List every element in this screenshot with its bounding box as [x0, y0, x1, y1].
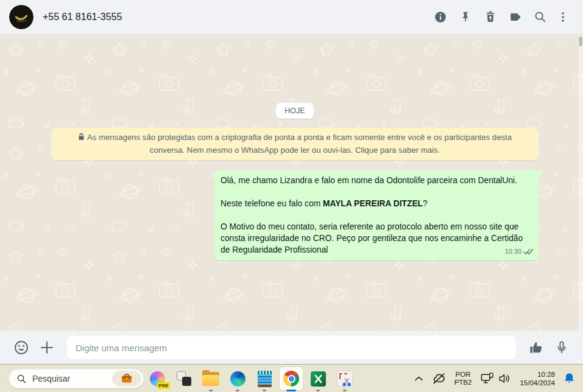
outgoing-message-bubble[interactable]: Olá, me chamo Lizandra e falo em nome da… — [214, 170, 539, 261]
excel-icon — [311, 371, 326, 387]
microphone-button[interactable] — [551, 335, 572, 360]
taskbar-search-box[interactable]: Pesquisar — [9, 369, 144, 388]
message-row: Olá, me chamo Lizandra e falo em nome da… — [51, 170, 539, 261]
windows-taskbar: Pesquisar PRE — [0, 364, 583, 392]
chrome-icon — [283, 371, 299, 387]
briefcase-icon — [121, 373, 133, 384]
search-icon — [534, 10, 547, 24]
label-icon — [509, 10, 522, 24]
composer-bar — [0, 331, 583, 364]
avatar[interactable] — [9, 5, 34, 29]
taskbar-notepad-icon[interactable] — [251, 365, 278, 392]
info-button[interactable] — [428, 5, 453, 30]
message-paragraph-1: Olá, me chamo Lizandra e falo em nome da… — [221, 175, 532, 186]
bubble-tail — [539, 170, 543, 178]
tray-time: 10:28 — [520, 370, 555, 379]
running-indicator — [236, 390, 239, 391]
menu-button[interactable] — [553, 5, 573, 30]
copilot-icon: PRE — [150, 371, 165, 387]
chat-scrollbar-track[interactable] — [578, 35, 583, 331]
message-time: 10:30 — [504, 246, 521, 257]
chat-area: HOJE As mensagens são protegidas com a c… — [0, 35, 583, 331]
taskbar-search-label: Pesquisar — [32, 374, 112, 383]
encryption-notice[interactable]: As mensagens são protegidas com a cripto… — [51, 128, 539, 160]
emoji-icon — [13, 340, 29, 355]
encryption-notice-text: As mensagens são protegidas com a cripto… — [87, 133, 512, 155]
task-view-icon — [177, 371, 191, 386]
lock-icon — [78, 132, 85, 144]
date-badge: HOJE — [276, 103, 313, 119]
edge-icon — [230, 371, 246, 387]
active-running-indicator — [286, 390, 296, 391]
copilot-pre-badge: PRE — [157, 382, 169, 389]
search-button[interactable] — [528, 5, 553, 30]
running-indicator — [263, 390, 266, 391]
language-line1: POR — [454, 371, 472, 379]
taskbar-snipping-tool-icon[interactable] — [331, 365, 358, 392]
notepad-icon — [258, 371, 272, 387]
message-paragraph-3: O Motivo do meu contato, seria referente… — [221, 221, 532, 256]
emoji-button[interactable] — [11, 335, 32, 360]
menu-kebab-icon — [556, 10, 570, 24]
running-indicator — [343, 390, 347, 391]
tray-language-indicator[interactable]: PORPTB2 — [450, 366, 476, 391]
pin-icon — [459, 10, 472, 24]
avatar-logo — [9, 5, 34, 29]
taskbar-apps: PRE — [144, 365, 358, 392]
thumbs-up-button[interactable] — [526, 335, 546, 360]
tray-network-button[interactable] — [476, 366, 496, 391]
message-input-wrapper — [67, 336, 516, 359]
header-actions — [428, 5, 573, 30]
file-explorer-icon — [202, 372, 219, 386]
search-highlight-pill — [112, 371, 141, 387]
double-check-icon — [523, 248, 533, 255]
onedrive-off-icon — [432, 373, 446, 385]
system-tray: PORPTB2 10:2815 — [410, 365, 579, 392]
chat-scrollbar-thumb[interactable] — [579, 37, 582, 46]
microphone-icon — [554, 340, 569, 355]
pin-button[interactable] — [453, 5, 478, 30]
taskbar-search-icon — [16, 374, 27, 384]
running-indicator — [209, 390, 213, 391]
tray-notifications-button[interactable] — [559, 366, 579, 391]
info-icon — [434, 10, 447, 24]
notification-bell-icon — [564, 372, 575, 385]
label-button[interactable] — [503, 5, 528, 30]
taskbar-excel-icon[interactable] — [305, 365, 331, 392]
volume-icon — [498, 373, 511, 385]
contact-phone-title[interactable]: +55 61 8161-3555 — [43, 12, 419, 23]
taskbar-copilot-icon[interactable]: PRE — [144, 365, 171, 392]
chat-header: +55 61 8161-3555 — [0, 0, 583, 35]
trash-up-icon — [484, 10, 497, 24]
taskbar-chrome-icon[interactable] — [278, 365, 305, 392]
plus-icon — [39, 340, 55, 355]
attach-button[interactable] — [37, 335, 57, 360]
network-icon — [480, 372, 494, 385]
taskbar-file-explorer-icon[interactable] — [197, 365, 224, 392]
thumbs-up-icon — [528, 340, 544, 355]
delete-button[interactable] — [478, 5, 503, 30]
running-indicator — [316, 390, 320, 391]
tray-date: 15/04/2024 — [520, 379, 555, 387]
message-meta: 10:30 — [504, 246, 533, 257]
tray-clock[interactable]: 10:2815/04/2024 — [515, 366, 559, 391]
message-bold-name: MAYLA PEREIRA DITZEL — [323, 199, 423, 208]
language-line2: PTB2 — [454, 379, 472, 387]
tray-onedrive-button[interactable] — [428, 366, 450, 391]
tray-volume-button[interactable] — [496, 366, 515, 391]
chevron-up-icon — [414, 376, 423, 382]
message-input[interactable] — [76, 343, 507, 353]
snipping-tool-icon — [337, 371, 353, 387]
tray-chevron-button[interactable] — [410, 366, 428, 391]
message-list: HOJE As mensagens são protegidas com a c… — [0, 35, 583, 331]
taskbar-edge-icon[interactable] — [224, 365, 251, 392]
whatsapp-window: +55 61 8161-3555 — [0, 0, 583, 392]
taskbar-task-view-icon[interactable] — [171, 365, 197, 392]
message-paragraph-2: Neste telefone eu falo com MAYLA PEREIRA… — [221, 198, 532, 209]
